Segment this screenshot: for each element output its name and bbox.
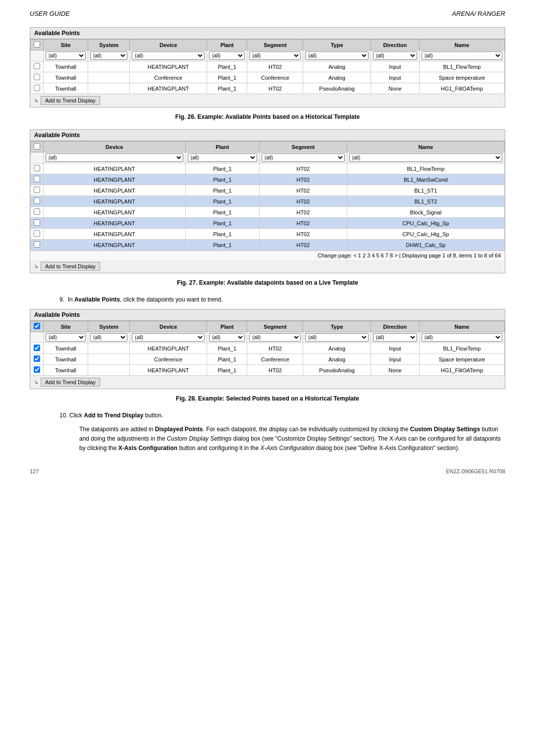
fig27-filter-name-select[interactable]: (all) bbox=[349, 153, 502, 162]
fig26-row2-system bbox=[88, 72, 130, 83]
fig26-header-row: Site System Device Plant Segment Type Di… bbox=[31, 40, 505, 50]
fig26-row3-name: HG1_FiltOATemp bbox=[419, 83, 504, 94]
fig26-row2-name: Space temperature bbox=[419, 72, 504, 83]
fig27-filter-check bbox=[31, 152, 44, 163]
fig27-table: Device Plant Segment Name (all) (all) (a… bbox=[30, 141, 505, 251]
fig28-col-site: Site bbox=[44, 321, 88, 332]
fig27-pagination: Change page: < 1 2 3 4 5 6 7 8 > | Displ… bbox=[30, 251, 505, 260]
fig28-filter-site-select[interactable]: (all) bbox=[46, 333, 86, 342]
fig27-col-device: Device bbox=[44, 142, 186, 152]
fig28-section: Available Points Site System Device Plan… bbox=[30, 309, 505, 389]
fig26-filter-site[interactable]: (all) bbox=[44, 50, 88, 61]
fig28-filter-plant-select[interactable]: (all) bbox=[209, 333, 245, 342]
fig26-row2-check[interactable] bbox=[31, 72, 44, 83]
fig26-row1-site: Townhall bbox=[44, 61, 88, 72]
fig27-header-row: Device Plant Segment Name bbox=[31, 142, 505, 152]
fig26-filter-segment[interactable]: (all) bbox=[247, 50, 303, 61]
fig26-col-plant: Plant bbox=[207, 40, 247, 50]
fig27-title: Available Points bbox=[30, 130, 505, 141]
fig26-filter-plant-select[interactable]: (all) bbox=[209, 51, 245, 60]
fig26-filter-type-select[interactable]: (all) bbox=[305, 51, 369, 60]
fig26-row1-system bbox=[88, 61, 130, 72]
fig26-row2-segment: Conference bbox=[247, 72, 303, 83]
table-row: Townhall HEATINGPLANT Plant_1 HT02 Pseud… bbox=[31, 83, 505, 94]
instruction9-para: 9. In Available Points, click the datapo… bbox=[59, 295, 505, 304]
instr10-bold3: X-Axis Configuration bbox=[118, 445, 177, 452]
fig26-row1-segment: HT02 bbox=[247, 61, 303, 72]
fig28-filter-direction-select[interactable]: (all) bbox=[373, 333, 417, 342]
fig27-col-segment: Segment bbox=[260, 142, 347, 152]
fig26-filter-name[interactable]: (all) bbox=[419, 50, 504, 61]
fig26-row3-plant: Plant_1 bbox=[207, 83, 247, 94]
fig28-filter-type-select[interactable]: (all) bbox=[305, 333, 369, 342]
fig26-filter-direction-select[interactable]: (all) bbox=[373, 51, 417, 60]
fig28-check-all[interactable] bbox=[34, 323, 40, 329]
fig27-col-plant: Plant bbox=[185, 142, 259, 152]
table-row: HEATINGPLANTPlant_1HT02CPU_Calc_Htg_Sp bbox=[31, 218, 505, 229]
fig26-filter-system-select[interactable]: (all) bbox=[90, 51, 127, 60]
fig26-row3-segment: HT02 bbox=[247, 83, 303, 94]
fig26-table-block: Available Points Site System Device Plan… bbox=[30, 27, 505, 107]
fig27-check-all[interactable] bbox=[34, 143, 40, 150]
table-row: Townhall HEATINGPLANT Plant_1 HT02 Analo… bbox=[31, 61, 505, 72]
instruction10-body: The datapoints are added in Displayed Po… bbox=[79, 425, 505, 454]
fig28-filter-name-select[interactable]: (all) bbox=[422, 333, 502, 342]
fig26-row2-type: Analog bbox=[303, 72, 371, 83]
fig26-filter-site-select[interactable]: (all) bbox=[46, 51, 86, 60]
fig27-add-trend-button[interactable]: Add to Trend Display bbox=[41, 262, 100, 271]
fig27-arrow-icon: ↳ bbox=[34, 263, 39, 270]
fig26-row3-system bbox=[88, 83, 130, 94]
fig28-filter-device-select[interactable]: (all) bbox=[132, 333, 205, 342]
fig26-col-system: System bbox=[88, 40, 130, 50]
fig26-row2-device: Conference bbox=[130, 72, 207, 83]
fig28-col-system: System bbox=[88, 321, 130, 332]
fig26-col-type: Type bbox=[303, 40, 371, 50]
fig26-filter-device-select[interactable]: (all) bbox=[132, 51, 205, 60]
fig27-filter-row: (all) (all) (all) (all) bbox=[31, 152, 505, 163]
fig26-filter-system[interactable]: (all) bbox=[88, 50, 130, 61]
fig26-caption: Fig. 26. Example: Available Points based… bbox=[30, 113, 505, 120]
instr10-italic1: Custom Display Settings bbox=[167, 435, 232, 442]
fig28-caption: Fig. 28. Example: Selected Points based … bbox=[30, 395, 505, 402]
instruction10-bold: Add to Trend Display bbox=[84, 412, 143, 419]
fig26-check-header bbox=[31, 40, 44, 50]
fig26-row1-plant: Plant_1 bbox=[207, 61, 247, 72]
fig26-filter-direction[interactable]: (all) bbox=[371, 50, 419, 61]
fig26-row1-name: BL1_FlowTemp bbox=[419, 61, 504, 72]
fig27-filter-segment-select[interactable]: (all) bbox=[262, 153, 345, 162]
fig26-col-name: Name bbox=[419, 40, 504, 50]
fig26-row1-type: Analog bbox=[303, 61, 371, 72]
fig28-add-row: ↳ Add to Trend Display bbox=[30, 376, 505, 389]
fig27-filter-plant[interactable]: (all) bbox=[185, 152, 259, 163]
fig28-col-segment: Segment bbox=[247, 321, 303, 332]
fig28-filter-system-select[interactable]: (all) bbox=[90, 333, 127, 342]
fig26-row3-device: HEATINGPLANT bbox=[130, 83, 207, 94]
fig27-col-name: Name bbox=[347, 142, 504, 152]
fig28-arrow-icon: ↳ bbox=[34, 379, 39, 386]
table-row: HEATINGPLANTPlant_1HT02DHW1_Calc_Sp bbox=[31, 240, 505, 251]
fig26-filter-type[interactable]: (all) bbox=[303, 50, 371, 61]
fig26-filter-plant[interactable]: (all) bbox=[207, 50, 247, 61]
fig26-check-all[interactable] bbox=[34, 41, 40, 48]
fig27-filter-name[interactable]: (all) bbox=[347, 152, 504, 163]
fig27-filter-device-select[interactable]: (all) bbox=[46, 153, 183, 162]
fig26-filter-device[interactable]: (all) bbox=[130, 50, 207, 61]
header-right: ARENA/ RANGER bbox=[452, 10, 505, 17]
fig28-filter-segment-select[interactable]: (all) bbox=[249, 333, 301, 342]
fig27-filter-plant-select[interactable]: (all) bbox=[188, 153, 257, 162]
fig28-table-block: Available Points Site System Device Plan… bbox=[30, 309, 505, 389]
fig28-check-header bbox=[31, 321, 44, 332]
fig26-filter-name-select[interactable]: (all) bbox=[422, 51, 502, 60]
fig26-filter-segment-select[interactable]: (all) bbox=[249, 51, 301, 60]
fig28-add-trend-button[interactable]: Add to Trend Display bbox=[41, 378, 100, 387]
table-row: HEATINGPLANTPlant_1HT02BL1_FlowTemp bbox=[31, 163, 505, 174]
instr10-bold2: Custom Display Settings bbox=[410, 426, 480, 433]
fig26-add-trend-button[interactable]: Add to Trend Display bbox=[41, 96, 100, 105]
table-row: HEATINGPLANTPlant_1HT02Block_Signal bbox=[31, 207, 505, 218]
fig26-row3-check[interactable] bbox=[31, 83, 44, 94]
fig27-filter-segment[interactable]: (all) bbox=[260, 152, 347, 163]
fig28-table: Site System Device Plant Segment Type Di… bbox=[30, 321, 505, 376]
fig27-filter-device[interactable]: (all) bbox=[44, 152, 186, 163]
fig26-row1-check[interactable] bbox=[31, 61, 44, 72]
fig26-section: Available Points Site System Device Plan… bbox=[30, 27, 505, 107]
